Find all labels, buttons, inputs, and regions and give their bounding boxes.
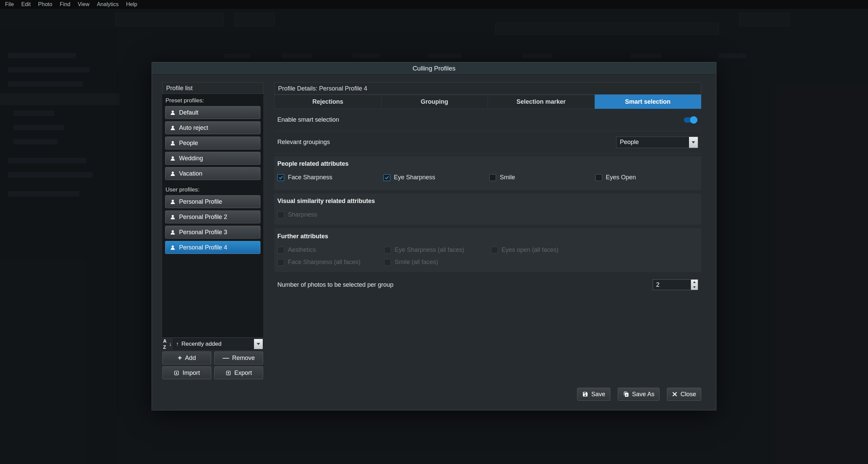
- profile-details-panel: Profile Details: Personal Profile 4 Reje…: [274, 82, 701, 401]
- checkbox-box: [384, 259, 391, 266]
- import-icon: [174, 370, 179, 376]
- export-icon: [225, 370, 231, 376]
- tab-smart-selection[interactable]: Smart selection: [595, 95, 702, 109]
- profile-sort-row: A Z ↓ ↑ Recently added: [162, 339, 263, 349]
- person-icon: [170, 229, 176, 235]
- checkbox-label: Sharpness: [288, 211, 317, 218]
- save-button[interactable]: Save: [577, 388, 610, 401]
- add-profile-button[interactable]: + Add: [162, 351, 211, 364]
- menu-bar: File Edit Photo Find View Analytics Help: [0, 0, 868, 9]
- import-profile-button[interactable]: Import: [162, 366, 211, 379]
- checkbox-face-sharpness[interactable]: Face Sharpness: [277, 174, 383, 181]
- spinner-buttons: [691, 280, 698, 290]
- checkbox-label: Eyes open (all faces): [501, 246, 558, 254]
- section-visual-similarity-attributes: Visual similarity related attributes Sha…: [274, 194, 701, 225]
- profile-details-header-label: Profile Details: Personal Profile 4: [278, 85, 367, 92]
- details-tabs: Rejections Grouping Selection marker Sma…: [274, 95, 701, 109]
- checkbox-smile[interactable]: Smile: [489, 174, 595, 181]
- menu-view[interactable]: View: [74, 0, 93, 9]
- checkbox-row: Face Sharpness (all faces) Smile (all fa…: [277, 259, 701, 266]
- menu-photo[interactable]: Photo: [34, 0, 56, 9]
- sort-order-dropdown[interactable]: ↑ Recently added: [173, 339, 263, 349]
- checkbox-row: Sharpness: [277, 211, 701, 218]
- spinner-down-button[interactable]: [691, 285, 698, 290]
- profile-item-personal-profile-3[interactable]: Personal Profile 3: [165, 226, 260, 239]
- relevant-groupings-dropdown[interactable]: People: [616, 137, 698, 148]
- menu-find[interactable]: Find: [56, 0, 74, 9]
- export-profile-button[interactable]: Export: [214, 366, 263, 379]
- profile-item-vacation[interactable]: Vacation: [165, 167, 260, 180]
- tab-selection-marker[interactable]: Selection marker: [488, 95, 595, 109]
- checkbox-row: Aesthetics Eye Sharpness (all faces) Eye…: [277, 246, 701, 254]
- sort-a-glyph: A: [163, 339, 166, 343]
- menu-help[interactable]: Help: [122, 0, 141, 9]
- export-button-label: Export: [234, 369, 252, 377]
- checkbox-eyes-open[interactable]: Eyes Open: [595, 174, 702, 181]
- checkbox-box: [489, 174, 496, 181]
- profile-item-label: Auto reject: [179, 124, 208, 132]
- profile-list-panel: Profile list Preset profiles: Default Au…: [162, 82, 263, 379]
- profile-list-header-label: Profile list: [166, 85, 193, 92]
- checkbox-label: Aesthetics: [288, 246, 316, 254]
- sort-order-value: Recently added: [181, 341, 221, 347]
- save-as-button-label: Save As: [632, 391, 654, 398]
- import-button-label: Import: [182, 369, 200, 377]
- person-icon: [170, 110, 176, 116]
- checkbox-label: Eye Sharpness (all faces): [395, 246, 464, 254]
- profile-list-box: Preset profiles: Default Auto reject Peo…: [162, 94, 263, 337]
- person-icon: [170, 156, 176, 161]
- profile-item-auto-reject[interactable]: Auto reject: [165, 121, 260, 134]
- person-icon: [170, 140, 176, 146]
- relevant-groupings-value: People: [620, 139, 639, 146]
- checkbox-label: Eyes Open: [606, 174, 636, 181]
- profile-item-personal-profile-4[interactable]: Personal Profile 4: [165, 241, 260, 254]
- menu-edit[interactable]: Edit: [18, 0, 35, 9]
- save-as-button[interactable]: Save As: [618, 388, 659, 401]
- profile-details-header: Profile Details: Personal Profile 4: [274, 82, 701, 95]
- dialog-title-bar[interactable]: Culling Profiles: [152, 62, 716, 75]
- profile-item-label: Personal Profile 3: [179, 229, 227, 236]
- save-as-icon: [623, 391, 629, 397]
- save-button-label: Save: [591, 391, 605, 398]
- profile-item-personal-profile-2[interactable]: Personal Profile 2: [165, 210, 260, 223]
- checkbox-eyes-open-all-faces: Eyes open (all faces): [491, 246, 598, 254]
- profile-item-personal-profile[interactable]: Personal Profile: [165, 195, 260, 208]
- profile-item-wedding[interactable]: Wedding: [165, 152, 260, 165]
- profile-item-default[interactable]: Default: [165, 106, 260, 119]
- section-title: People related attributes: [277, 160, 701, 168]
- add-button-label: Add: [185, 355, 196, 362]
- checkbox-label: Eye Sharpness: [394, 174, 435, 181]
- person-icon: [170, 125, 176, 131]
- checkbox-row: Face Sharpness Eye Sharpness Smile Eyes …: [277, 174, 701, 181]
- photos-per-group-label: Number of photos to be selected per grou…: [277, 281, 393, 288]
- photos-per-group-input[interactable]: [653, 280, 691, 290]
- chevron-up-icon: [693, 281, 696, 283]
- profile-item-label: Personal Profile: [179, 198, 222, 205]
- sort-order-value-wrap: ↑ Recently added: [174, 339, 254, 349]
- person-icon: [170, 214, 176, 220]
- checkbox-eye-sharpness-all-faces: Eye Sharpness (all faces): [384, 246, 491, 254]
- section-title: Further attributes: [277, 233, 701, 241]
- groupings-dropdown-button[interactable]: [689, 137, 698, 148]
- close-button-label: Close: [680, 391, 696, 398]
- profile-list-header: Profile list: [162, 82, 263, 94]
- checkbox-eye-sharpness[interactable]: Eye Sharpness: [383, 174, 490, 181]
- enable-smart-selection-toggle[interactable]: [684, 117, 697, 123]
- menu-analytics[interactable]: Analytics: [93, 0, 122, 9]
- tab-grouping[interactable]: Grouping: [381, 95, 488, 109]
- profile-item-people[interactable]: People: [165, 137, 260, 149]
- profile-item-label: Default: [179, 109, 198, 116]
- sort-dropdown-button[interactable]: [254, 339, 263, 349]
- checkbox-label: Face Sharpness: [288, 174, 332, 181]
- close-button[interactable]: Close: [667, 388, 701, 401]
- tab-rejections[interactable]: Rejections: [274, 95, 381, 109]
- menu-file[interactable]: File: [1, 0, 18, 9]
- spinner-up-button[interactable]: [691, 280, 698, 285]
- profile-item-label: Personal Profile 4: [179, 244, 227, 251]
- sort-direction-icon[interactable]: A Z ↓: [162, 339, 172, 349]
- checkbox-box: [277, 247, 284, 254]
- enable-smart-selection-label: Enable smart selection: [277, 116, 339, 123]
- remove-profile-button[interactable]: — Remove: [214, 351, 263, 364]
- dialog-title: Culling Profiles: [413, 65, 456, 72]
- chevron-down-icon: [693, 286, 696, 288]
